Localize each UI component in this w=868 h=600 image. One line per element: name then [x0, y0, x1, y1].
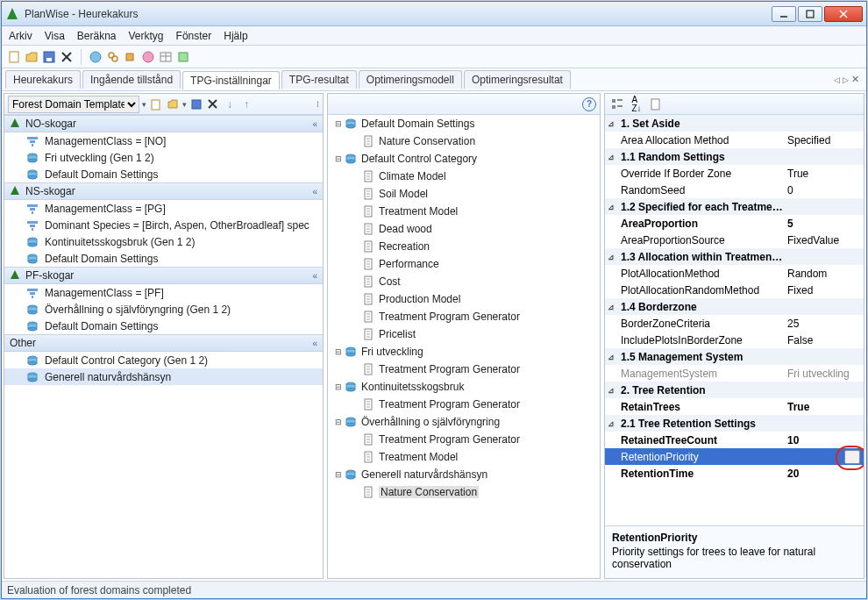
delete-icon[interactable]	[60, 50, 74, 64]
collapse-icon[interactable]: «	[312, 271, 317, 281]
domain-item[interactable]: ManagementClass = [NO]	[4, 132, 323, 149]
domain-item[interactable]: Default Control Category (Gen 1 2)	[4, 352, 323, 368]
twisty-icon[interactable]: ⊟	[333, 470, 344, 479]
tab-5[interactable]: Optimeringsresultat	[464, 70, 571, 89]
property-section[interactable]: ⊿2.1 Tree Retention Settings	[605, 415, 864, 432]
group-header[interactable]: NS-skogar«	[4, 182, 323, 200]
property-value[interactable]: 20	[784, 468, 864, 480]
property-section[interactable]: ⊿1.1 Random Settings	[605, 148, 864, 165]
collapse-icon[interactable]: «	[312, 119, 317, 129]
link-icon[interactable]	[106, 50, 120, 64]
property-row[interactable]: IncludePlotsInBorderZoneFalse	[605, 332, 864, 348]
new-icon[interactable]	[7, 50, 21, 64]
menu-hjälp[interactable]: Hjälp	[224, 30, 247, 42]
cube-icon[interactable]	[124, 50, 138, 64]
delete-template-icon[interactable]	[206, 97, 220, 111]
ellipsis-button[interactable]: …	[844, 450, 860, 464]
expand-icon[interactable]: ⊿	[605, 253, 617, 261]
tree-node[interactable]: Climate Model	[328, 168, 600, 185]
tree-node[interactable]: Soil Model	[328, 185, 600, 203]
property-row[interactable]: ManagementSystemFri utveckling	[605, 365, 864, 382]
template-selector[interactable]: Forest Domain Template 1	[8, 96, 139, 113]
property-row[interactable]: PlotAllocationMethodRandom	[605, 265, 864, 282]
tree-node[interactable]: Nature Conservation	[328, 483, 600, 501]
property-value[interactable]: True	[784, 401, 864, 413]
property-value[interactable]: 10	[784, 434, 864, 446]
save-icon[interactable]	[42, 50, 56, 64]
tab-0[interactable]: Heurekakurs	[5, 70, 81, 89]
tree-node[interactable]: ⊟Kontinuitetsskogsbruk	[328, 378, 600, 396]
tree-node[interactable]: Cost	[328, 273, 600, 290]
property-row[interactable]: AreaProportionSourceFixedValue	[605, 232, 864, 248]
categorize-icon[interactable]	[610, 97, 624, 111]
group-header[interactable]: NO-skogar«	[4, 115, 323, 132]
property-row[interactable]: Override If Border ZoneTrue	[605, 165, 864, 182]
tab-4[interactable]: Optimeringsmodell	[359, 70, 462, 89]
domain-item[interactable]: Default Domain Settings	[4, 250, 323, 267]
property-row[interactable]: BorderZoneCriteria25	[605, 315, 864, 332]
property-section[interactable]: ⊿2. Tree Retention	[605, 382, 864, 398]
expand-icon[interactable]: ⊿	[605, 203, 617, 211]
move-down-icon[interactable]: ↓	[223, 97, 237, 111]
tree-node[interactable]: ⊟Överhållning o självföryngring	[328, 413, 600, 431]
property-row[interactable]: RetainedTreeCount10	[605, 432, 864, 448]
property-value[interactable]: 0	[784, 184, 864, 196]
property-value[interactable]: 5	[784, 218, 864, 230]
tab-prev-icon[interactable]: ◁	[834, 75, 840, 84]
collapse-icon[interactable]: «	[312, 187, 317, 196]
twisty-icon[interactable]: ⊟	[333, 119, 344, 128]
tree-node[interactable]: Recreation	[328, 238, 600, 255]
save-template-icon[interactable]	[189, 97, 203, 111]
help-icon[interactable]: ?	[582, 97, 596, 111]
menu-fönster[interactable]: Fönster	[176, 30, 212, 42]
move-up-icon[interactable]: ↑	[239, 97, 253, 111]
property-pages-icon[interactable]	[649, 97, 663, 111]
domain-item[interactable]: Överhållning o självföryngring (Gen 1 2)	[4, 301, 323, 318]
property-row[interactable]: RetentionTime20	[605, 465, 864, 482]
domain-item[interactable]: ManagementClass = [PG]	[4, 200, 323, 217]
tree-node[interactable]: ⊟Default Control Category	[328, 150, 600, 168]
tree-node[interactable]: Treatment Program Generator	[328, 431, 600, 448]
tree-node[interactable]: Treatment Program Generator	[328, 396, 600, 413]
new-template-icon[interactable]	[149, 97, 163, 111]
domain-item[interactable]: Dominant Species = [Birch, Aspen, OtherB…	[4, 217, 323, 233]
property-row[interactable]: RandomSeed0	[605, 182, 864, 198]
property-value[interactable]: True	[784, 168, 864, 180]
tree-node[interactable]: Treatment Model	[328, 448, 600, 466]
tree-node[interactable]: Pricelist	[328, 325, 600, 343]
expand-icon[interactable]: ⊿	[605, 419, 617, 428]
property-section[interactable]: ⊿1.3 Allocation within Treatment Unit	[605, 248, 864, 265]
expand-icon[interactable]: ⊿	[605, 386, 617, 395]
property-value[interactable]: Random	[784, 268, 864, 280]
property-row[interactable]: RetentionPriority…	[605, 448, 864, 465]
export-icon[interactable]	[176, 50, 190, 64]
close-button[interactable]	[824, 6, 863, 22]
tab-1[interactable]: Ingående tillstånd	[82, 70, 181, 89]
property-section[interactable]: ⊿1.4 Borderzone	[605, 298, 864, 315]
open-icon[interactable]	[25, 50, 39, 64]
group-header[interactable]: Other«	[4, 334, 323, 352]
tree-node[interactable]: Production Model	[328, 290, 600, 308]
table-icon[interactable]	[159, 50, 173, 64]
property-value[interactable]: 25	[784, 318, 864, 330]
domain-item[interactable]: Fri utveckling (Gen 1 2)	[4, 149, 323, 166]
property-row[interactable]: Area Allocation MethodSpecified	[605, 132, 864, 148]
property-section[interactable]: ⊿1. Set Aside	[605, 115, 864, 132]
tab-next-icon[interactable]: ▷	[843, 75, 849, 84]
collapse-icon[interactable]: «	[312, 339, 317, 348]
expand-icon[interactable]: ⊿	[605, 119, 617, 128]
maximize-button[interactable]	[798, 6, 822, 22]
tab-2[interactable]: TPG-inställningar	[182, 71, 280, 89]
domain-item[interactable]: Default Domain Settings	[4, 166, 323, 182]
panel-menu-icon[interactable]: ⁞	[317, 100, 319, 109]
twisty-icon[interactable]: ⊟	[333, 418, 344, 426]
property-value[interactable]: Specified	[784, 134, 864, 146]
domain-item[interactable]: ManagementClass = [PF]	[4, 284, 323, 301]
sort-az-icon[interactable]: AZ↓	[630, 97, 644, 111]
domain-item[interactable]: Kontinuitetsskogsbruk (Gen 1 2)	[4, 233, 323, 250]
menu-visa[interactable]: Visa	[45, 30, 65, 42]
expand-icon[interactable]: ⊿	[605, 153, 617, 161]
menu-verktyg[interactable]: Verktyg	[129, 30, 164, 42]
property-section[interactable]: ⊿1.5 Management System	[605, 348, 864, 365]
minimize-button[interactable]	[772, 6, 796, 22]
